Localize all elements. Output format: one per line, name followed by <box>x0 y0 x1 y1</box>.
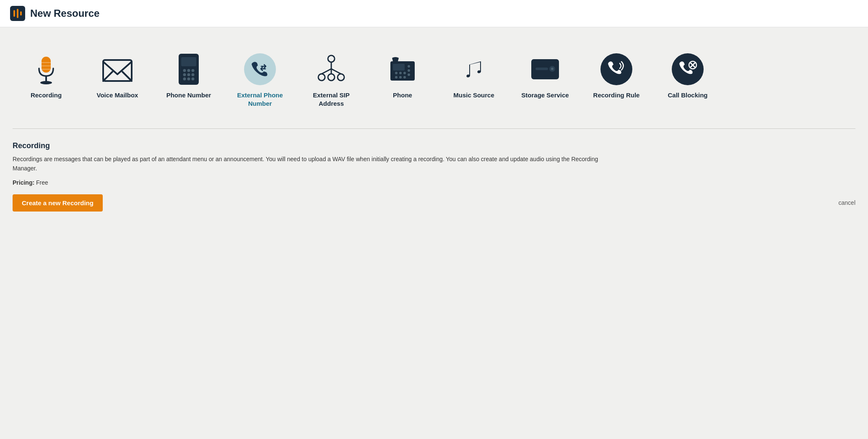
svg-line-31 <box>322 69 331 74</box>
app-logo-icon <box>10 6 25 21</box>
resource-grid: Recording Voice Mailbox <box>13 44 855 116</box>
voice-mailbox-label: Voice Mailbox <box>97 91 138 99</box>
svg-rect-3 <box>20 11 22 16</box>
resource-item-external-sip-address[interactable]: External SIPAddress <box>298 44 365 116</box>
resource-item-recording-rule[interactable]: Recording Rule <box>583 44 650 116</box>
pricing-value: Free <box>36 179 48 186</box>
page-title: New Resource <box>30 8 99 19</box>
resource-item-phone[interactable]: Phone <box>369 44 436 116</box>
phone-number-icon <box>172 52 205 86</box>
svg-point-27 <box>318 74 325 81</box>
create-recording-button[interactable]: Create a new Recording <box>13 194 103 212</box>
svg-point-44 <box>395 76 398 78</box>
svg-point-37 <box>408 69 410 72</box>
svg-line-12 <box>122 72 132 81</box>
description-text: Recordings are messages that can be play… <box>13 154 600 173</box>
recording-rule-label: Recording Rule <box>593 91 640 99</box>
svg-point-20 <box>192 73 195 76</box>
recording-icon <box>29 52 63 86</box>
footer-row: Create a new Recording cancel <box>13 194 855 212</box>
external-phone-number-icon <box>243 52 277 86</box>
voice-mailbox-icon <box>101 52 134 86</box>
svg-rect-6 <box>42 57 51 73</box>
svg-point-22 <box>187 78 190 81</box>
svg-point-39 <box>403 72 406 74</box>
phone-icon <box>386 52 419 86</box>
svg-line-33 <box>331 69 341 74</box>
resource-item-music-source[interactable]: Music Source <box>440 44 507 116</box>
pricing-row: Pricing: Free <box>13 179 855 186</box>
svg-point-17 <box>192 69 195 72</box>
resource-item-recording[interactable]: Recording <box>13 44 80 116</box>
resource-item-phone-number[interactable]: Phone Number <box>155 44 222 116</box>
svg-rect-5 <box>45 76 47 83</box>
music-source-label: Music Source <box>453 91 494 99</box>
svg-point-43 <box>399 76 402 78</box>
call-blocking-label: Call Blocking <box>668 91 707 99</box>
svg-point-41 <box>395 72 398 74</box>
storage-service-icon <box>528 52 562 86</box>
pricing-label: Pricing: <box>13 179 34 186</box>
resource-item-voice-mailbox[interactable]: Voice Mailbox <box>84 44 151 116</box>
svg-point-16 <box>187 69 190 72</box>
svg-rect-1 <box>13 10 15 17</box>
storage-service-label: Storage Service <box>521 91 569 99</box>
svg-point-26 <box>328 55 335 62</box>
call-blocking-icon <box>671 52 704 86</box>
external-phone-number-label: External PhoneNumber <box>237 91 283 107</box>
svg-point-48 <box>551 68 554 70</box>
resource-item-call-blocking[interactable]: Call Blocking <box>654 44 721 116</box>
external-sip-address-label: External SIPAddress <box>313 91 350 107</box>
svg-point-19 <box>187 73 190 76</box>
music-source-icon <box>457 52 491 86</box>
svg-rect-46 <box>535 68 548 70</box>
cancel-link[interactable]: cancel <box>839 199 855 206</box>
svg-point-21 <box>183 78 186 81</box>
svg-rect-2 <box>17 9 18 18</box>
section-divider <box>13 128 855 129</box>
svg-rect-14 <box>181 57 196 66</box>
app-header: New Resource <box>0 0 868 27</box>
phone-label: Phone <box>393 91 412 99</box>
recording-label: Recording <box>31 91 62 99</box>
phone-number-label: Phone Number <box>166 91 211 99</box>
svg-point-28 <box>328 74 335 81</box>
main-content: Recording Voice Mailbox <box>0 27 868 439</box>
svg-point-42 <box>403 76 406 78</box>
resource-item-external-phone-number[interactable]: External PhoneNumber <box>226 44 294 116</box>
recording-rule-icon <box>600 52 633 86</box>
description-section: Recording Recordings are messages that c… <box>13 137 855 216</box>
svg-point-29 <box>338 74 344 81</box>
description-title: Recording <box>13 141 855 150</box>
svg-point-36 <box>408 65 410 68</box>
resource-item-storage-service[interactable]: Storage Service <box>512 44 579 116</box>
external-sip-address-icon <box>314 52 348 86</box>
svg-point-38 <box>408 73 410 76</box>
svg-rect-35 <box>393 64 405 71</box>
svg-point-40 <box>399 72 402 74</box>
svg-line-11 <box>103 72 112 81</box>
svg-point-15 <box>183 69 186 72</box>
svg-point-18 <box>183 73 186 76</box>
svg-point-23 <box>192 78 195 81</box>
